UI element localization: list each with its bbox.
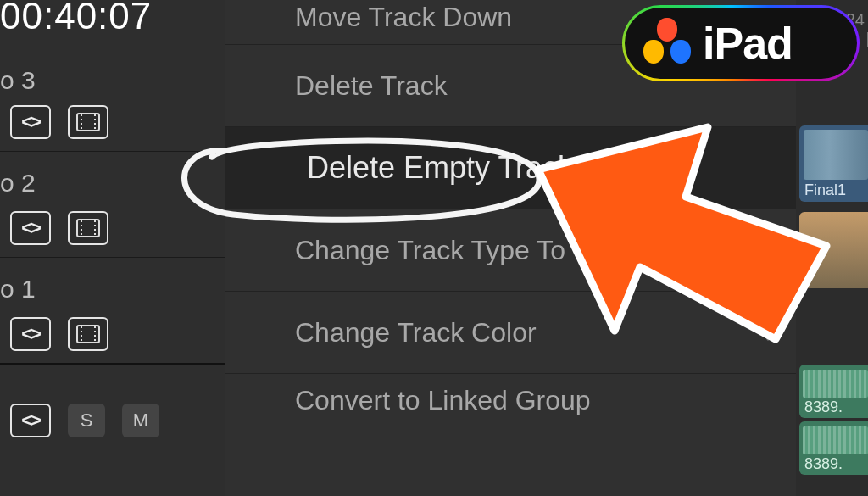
track-header[interactable]: <> S M <box>0 363 225 469</box>
clip-label: 8389. <box>804 455 843 473</box>
menu-item-label: Delete Track <box>295 70 448 102</box>
track-label: o 1 <box>0 275 36 304</box>
clip-view-icon[interactable] <box>68 105 108 139</box>
solo-button[interactable]: S <box>68 404 105 437</box>
timeline-clip[interactable] <box>799 212 868 288</box>
menu-item-label: Change Track Type To <box>295 235 565 266</box>
menu-item-label: Change Track Color <box>295 317 537 348</box>
menu-item-change-track-color[interactable]: Change Track Color <box>225 292 796 374</box>
menu-item-convert-linked-group[interactable]: Convert to Linked Group <box>225 374 796 416</box>
menu-item-label: Move Track Down <box>295 2 512 33</box>
chevron-right-icon <box>760 324 776 341</box>
auto-select-icon[interactable]: <> <box>10 105 51 139</box>
clip-label: Final1 <box>804 181 846 199</box>
mute-button[interactable]: M <box>122 404 159 437</box>
timeline-clip[interactable]: 8389. <box>799 365 868 418</box>
track-label: o 3 <box>0 66 36 95</box>
track-header-panel: 00:40:07 o 3 <> o 2 <> o 1 <> < <box>0 0 225 496</box>
timecode-display: 00:40:07 <box>0 0 152 37</box>
track-header[interactable]: o 1 <> <box>0 257 225 363</box>
timeline-clip[interactable]: Final1 <box>799 125 868 202</box>
clip-label: 8389. <box>804 398 843 416</box>
badge-text: iPad <box>703 18 793 69</box>
menu-item-label: Delete Empty Tracks <box>307 150 588 186</box>
auto-select-icon[interactable]: <> <box>10 404 51 437</box>
clip-view-icon[interactable] <box>68 317 108 351</box>
auto-select-icon[interactable]: <> <box>10 211 51 245</box>
timeline-clip[interactable]: 8389. <box>799 421 868 475</box>
track-label: o 2 <box>0 169 36 198</box>
chevron-right-icon <box>760 242 776 259</box>
davinci-ipad-badge: iPad <box>622 5 860 81</box>
menu-item-label: Convert to Linked Group <box>295 385 591 416</box>
track-list: o 3 <> o 2 <> o 1 <> <> S M <box>0 49 225 469</box>
clip-view-icon[interactable] <box>68 211 108 245</box>
davinci-logo-icon <box>640 16 694 70</box>
auto-select-icon[interactable]: <> <box>10 317 51 351</box>
menu-item-change-track-type[interactable]: Change Track Type To <box>225 209 796 292</box>
track-header[interactable]: o 3 <> <box>0 49 225 151</box>
track-header[interactable]: o 2 <> <box>0 151 225 257</box>
menu-item-delete-empty-tracks[interactable]: Delete Empty Tracks <box>225 127 796 209</box>
